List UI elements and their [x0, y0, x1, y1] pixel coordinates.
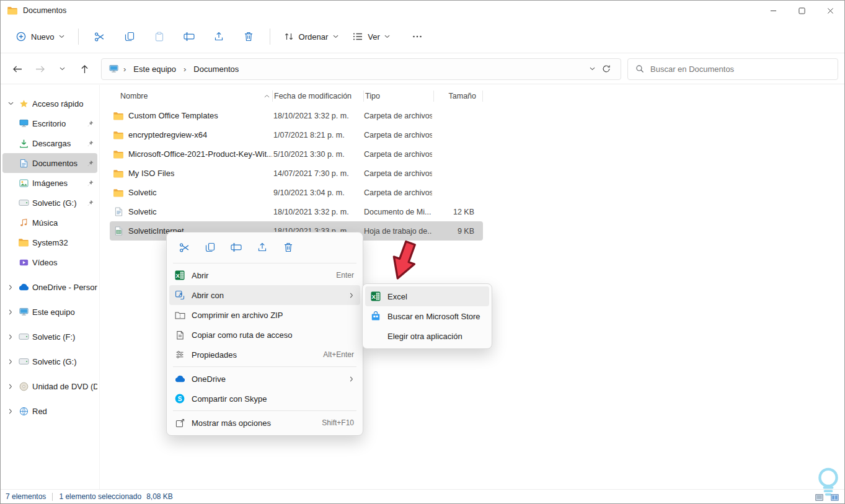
excel-icon: X	[174, 270, 185, 280]
search-input[interactable]	[650, 64, 831, 74]
sidebar-item-solvetic-f[interactable]: Solvetic (F:)	[2, 327, 97, 347]
rename-button[interactable]	[175, 25, 203, 48]
back-button[interactable]	[7, 58, 28, 79]
file-row-solvetic[interactable]: Solvetic9/10/2021 3:04 p. m.Carpeta de a…	[110, 183, 483, 202]
more-options-button[interactable]	[403, 25, 431, 48]
address-dropdown-icon[interactable]	[588, 67, 596, 71]
star-icon	[18, 99, 29, 108]
properties-icon	[174, 350, 185, 359]
sidebar-item-este-equipo[interactable]: Este equipo	[2, 302, 97, 322]
menu-item-abrir[interactable]: XAbrirEnter	[169, 265, 360, 285]
recent-locations-button[interactable]	[51, 58, 73, 79]
sidebar-item-label: Música	[32, 218, 97, 228]
status-selection-size: 8,08 KB	[146, 492, 173, 501]
sort-button[interactable]: Ordenar	[277, 25, 345, 48]
column-header-tipo[interactable]: Tipo	[364, 92, 433, 100]
menu-item-compartir-con-skype[interactable]: SCompartir con Skype	[169, 389, 360, 409]
share-button[interactable]	[250, 237, 275, 258]
sidebar-item-escritorio[interactable]: Escritorio	[2, 113, 97, 133]
menu-item-propiedades[interactable]: PropiedadesAlt+Enter	[169, 345, 360, 365]
folder-icon	[112, 131, 125, 139]
delete-button[interactable]	[234, 25, 263, 48]
submenu-item-buscar-en-microsoft-store[interactable]: Buscar en Microsoft Store	[365, 306, 489, 326]
sidebar-item-descargas[interactable]: Descargas	[2, 133, 97, 153]
chevron-down-icon[interactable]	[6, 102, 15, 105]
pin-icon	[87, 120, 97, 127]
menu-item-onedrive[interactable]: OneDrive	[169, 369, 360, 389]
copy-button[interactable]	[198, 237, 223, 258]
file-row-solvetic[interactable]: Solvetic18/10/2021 3:32 p. m.Documento d…	[110, 202, 483, 221]
minimize-button[interactable]	[759, 1, 787, 20]
breadcrumb-documents[interactable]: Documentos	[190, 63, 242, 75]
column-header-tamano[interactable]: Tamaño	[434, 92, 482, 100]
menu-item-copiar-como-ruta-de-acceso[interactable]: Copiar como ruta de acceso	[169, 325, 360, 345]
up-button[interactable]	[74, 58, 95, 79]
sidebar-item-musica[interactable]: Música	[2, 213, 97, 232]
rename-button[interactable]	[224, 237, 249, 258]
menu-item-label: Abrir con	[192, 291, 343, 300]
sidebar-item-onedrive-personal[interactable]: OneDrive - Personal	[2, 277, 97, 297]
chevron-down-icon	[332, 35, 338, 38]
sidebar-item-videos[interactable]: Vídeos	[2, 252, 97, 272]
breadcrumb-separator-icon: ›	[182, 64, 188, 74]
column-header-nombre[interactable]: Nombre	[110, 92, 272, 100]
file-name: Custom Office Templates	[128, 111, 218, 120]
submenu-item-elegir-otra-aplicacion[interactable]: Elegir otra aplicación	[365, 326, 489, 346]
sidebar-item-documentos[interactable]: Documentos	[2, 153, 97, 173]
details-view-button[interactable]	[813, 493, 825, 502]
file-name: encryptedregview-x64	[128, 130, 207, 139]
share-button[interactable]	[205, 25, 233, 48]
sidebar-item-unidad-de-dvd-d[interactable]: Unidad de DVD (D:)	[2, 376, 97, 396]
delete-button[interactable]	[276, 237, 301, 258]
thumbnail-view-button[interactable]	[828, 493, 841, 502]
sort-icon	[283, 32, 294, 41]
dvd-icon	[18, 382, 29, 391]
cut-button[interactable]	[172, 237, 197, 258]
new-button[interactable]: Nuevo	[9, 25, 71, 48]
menu-item-abrir-con[interactable]: Abrir con	[169, 285, 360, 305]
chevron-right-icon[interactable]	[6, 384, 15, 389]
column-separator[interactable]	[482, 91, 483, 102]
chevron-right-icon[interactable]	[6, 309, 15, 315]
file-row-encryptedregview-x64[interactable]: encryptedregview-x641/07/2021 8:21 p. m.…	[110, 125, 483, 144]
doc-icon	[112, 207, 125, 216]
menu-item-mostrar-mas-opciones[interactable]: Mostrar más opcionesShift+F10	[169, 413, 360, 433]
sidebar-item-imagenes[interactable]: Imágenes	[2, 173, 97, 193]
menu-separator	[173, 410, 356, 411]
breadcrumb-this-pc[interactable]: Este equipo	[130, 63, 179, 75]
chevron-down-icon	[59, 35, 65, 38]
sidebar-item-solvetic-g[interactable]: Solvetic (G:)	[2, 351, 97, 371]
file-row-custom-office-templates[interactable]: Custom Office Templates18/10/2021 3:32 p…	[110, 106, 483, 125]
chevron-right-icon[interactable]	[6, 359, 15, 365]
sidebar-item-acceso-rapido[interactable]: Acceso rápido	[2, 94, 97, 113]
view-button[interactable]: Ver	[346, 25, 397, 48]
close-button[interactable]	[816, 1, 844, 20]
chevron-right-icon[interactable]	[6, 285, 15, 290]
file-row-microsoft-office-2021-product-key-wit[interactable]: Microsoft-Office-2021-Product-Key-Wit...…	[110, 144, 483, 164]
refresh-button[interactable]	[598, 61, 614, 77]
sidebar-item-system32[interactable]: System32	[2, 232, 97, 252]
copy-button[interactable]	[115, 25, 144, 48]
column-header-fecha[interactable]: Fecha de modificación	[273, 92, 363, 100]
sidebar-item-label: Acceso rápido	[32, 99, 97, 108]
chevron-right-icon[interactable]	[6, 409, 15, 414]
context-menu-list: XAbrirEnterAbrir conComprimir en archivo…	[169, 265, 360, 433]
file-date: 9/10/2021 3:04 p. m.	[272, 188, 363, 197]
maximize-button[interactable]	[787, 1, 816, 20]
column-label: Nombre	[120, 92, 148, 100]
sidebar-item-red[interactable]: Red	[2, 401, 97, 421]
paste-button[interactable]	[145, 25, 174, 48]
menu-item-comprimir-en-archivo-zip[interactable]: Comprimir en archivo ZIP	[169, 305, 360, 325]
file-row-my-iso-files[interactable]: My ISO Files14/07/2021 7:30 p. m.Carpeta…	[110, 164, 483, 183]
menu-separator	[173, 366, 356, 367]
chevron-right-icon[interactable]	[6, 334, 15, 340]
forward-button[interactable]	[29, 58, 50, 79]
submenu-item-excel[interactable]: XExcel	[365, 286, 489, 306]
sidebar-item-label: Documentos	[32, 159, 84, 168]
navigation-bar: › Este equipo › Documentos	[1, 54, 844, 84]
sidebar-item-solvetic-g[interactable]: Solvetic (G:)	[2, 193, 97, 213]
excel-icon: X	[370, 291, 381, 301]
address-bar[interactable]: › Este equipo › Documentos	[101, 58, 621, 80]
menu-item-label: Abrir	[192, 271, 330, 280]
cut-button[interactable]	[86, 25, 114, 48]
